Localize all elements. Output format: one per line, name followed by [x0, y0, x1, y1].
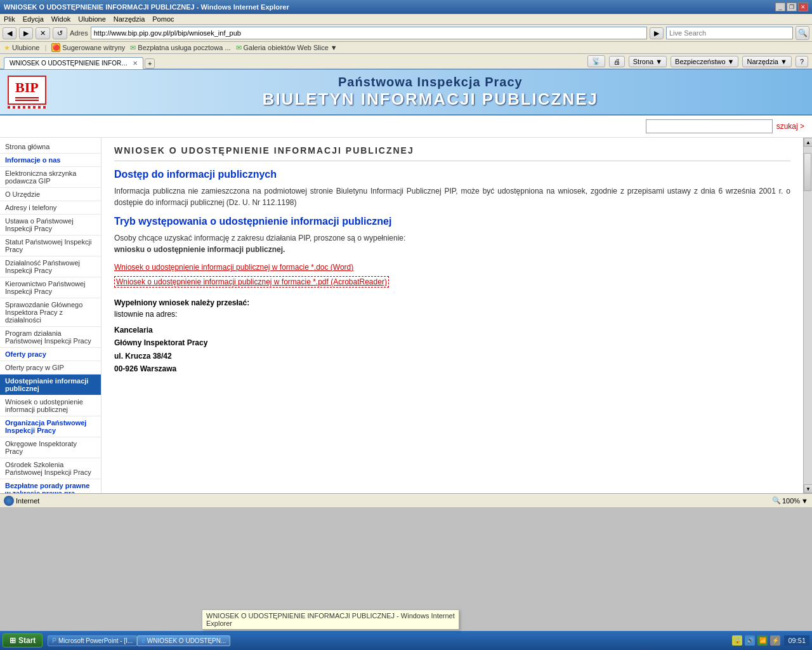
menu-ulubione[interactable]: Ulubione	[78, 15, 105, 23]
bip-logo: BIP	[8, 76, 46, 109]
sidebar-item-strona-glowna[interactable]: Strona główna	[0, 140, 101, 154]
sidebar-item-o-urzedzie[interactable]: O Urzędzie	[0, 188, 101, 201]
sidebar-item-informacje-o-nas[interactable]: Informacje o nas	[0, 154, 101, 167]
email-service[interactable]: ✉ Bezpłatna usługa pocztowa ...	[130, 44, 230, 52]
scrollbar-right[interactable]: ▲ ▼	[803, 138, 812, 493]
suggested-label: Sugerowane witryny	[62, 44, 125, 51]
taskbar: ⊞ Start P Microsoft PowerPoint - [I... e…	[0, 631, 812, 650]
title-divider	[114, 161, 790, 161]
forward-button[interactable]: ▶	[19, 27, 33, 39]
section2-text2: wniosku o udostępnienie informacji publi…	[114, 245, 285, 254]
status-right: 🔍 100% ▼	[772, 496, 808, 505]
link-pdf-acrobat[interactable]: Wniosek o udostępnienie informacji publi…	[114, 276, 389, 288]
sidebar-item-program[interactable]: Program działania Państwowej Inspekcji P…	[0, 327, 101, 348]
menu-edycja[interactable]: Edycja	[23, 15, 44, 23]
security-button[interactable]: Bezpieczeństwo▼	[671, 56, 738, 67]
ppt-label: Microsoft PowerPoint - [I...	[58, 637, 133, 644]
sidebar-item-dzialalnosc[interactable]: Działalność Państwowej Inspekcji Pracy	[0, 256, 101, 277]
main-content: WNIOSEK O UDOSTĘPNIENIE INFORMACJI PUBLI…	[102, 138, 803, 493]
back-button[interactable]: ◀	[3, 27, 16, 39]
rss-button[interactable]: 📡	[587, 55, 605, 67]
window-controls[interactable]: _ ❐ ✕	[775, 3, 808, 11]
taskbar-ie[interactable]: e WNIOSEK O UDOSTĘPN...	[137, 635, 230, 646]
sidebar-item-wniosek[interactable]: Wniosek o udostępnienie informacji publi…	[0, 395, 101, 416]
sidebar-item-statut[interactable]: Statut Państwowej Inspekcji Pracy	[0, 235, 101, 256]
refresh-button[interactable]: ↺	[53, 27, 67, 39]
restore-button[interactable]: ❐	[787, 3, 797, 11]
link-doc-word[interactable]: Wniosek o udostępnienie informacji publi…	[114, 263, 790, 272]
tools-button[interactable]: Narzędzia▼	[742, 56, 791, 67]
page-button[interactable]: Strona▼	[629, 56, 667, 67]
suggested-sites[interactable]: 🔴 Sugerowane witryny	[51, 43, 125, 52]
address-input[interactable]	[91, 27, 647, 39]
address-line1: Kancelaria	[114, 324, 790, 336]
address-bar: Adres	[70, 27, 647, 39]
close-button[interactable]: ✕	[798, 3, 808, 11]
webslice-arrow: ▼	[331, 44, 337, 51]
ie-icon: e	[141, 637, 145, 644]
minimize-button[interactable]: _	[775, 3, 785, 11]
search-go-button[interactable]: 🔍	[796, 26, 809, 40]
status-zone: Internet	[4, 496, 39, 506]
window-title: WNIOSEK O UDOSTĘPNIENIE INFORMACJI PUBLI…	[4, 3, 289, 11]
page-search-input[interactable]	[646, 119, 773, 133]
webslice-icon: ✉	[236, 44, 242, 52]
webslice-gallery[interactable]: ✉ Galeria obiektów Web Slice ▼	[236, 44, 337, 52]
active-tab[interactable]: WNIOSEK O UDOSTĘPNIENIE INFORMACJI PUBLI…	[4, 57, 143, 69]
menu-narzedzia[interactable]: Narzędzia	[114, 15, 145, 23]
sidebar-item-adresy[interactable]: Adresy i telefony	[0, 201, 101, 215]
address-line4: 00-926 Warszawa	[114, 362, 790, 375]
sidebar-item-osrodek[interactable]: Ośrodek Szkolenia Państwowej Inspekcji P…	[0, 458, 101, 479]
section1-text: Informacja publiczna nie zamieszczona na…	[114, 185, 790, 208]
sidebar-item-sprawozdanie[interactable]: Sprawozdanie Głównego Inspektora Pracy z…	[0, 298, 101, 327]
scroll-thumb[interactable]	[804, 153, 811, 191]
scroll-up-button[interactable]: ▲	[804, 138, 812, 147]
new-tab-button[interactable]: +	[145, 58, 155, 69]
scroll-track[interactable]	[804, 147, 812, 484]
sidebar-item-oferty-pracy[interactable]: Oferty pracy	[0, 348, 101, 361]
bip-title-bottom: BIULETYN INFORMACJI PUBLICZNEJ	[56, 90, 804, 109]
nav-bar: ◀ ▶ ✕ ↺ Adres ▶ 🔍	[0, 25, 812, 42]
favorites-button[interactable]: ★ Ulubione	[4, 44, 39, 52]
live-search-input[interactable]	[666, 27, 793, 39]
globe-icon	[4, 496, 14, 506]
sidebar-item-organizacja[interactable]: Organizacja Państwowej Inspekcji Pracy	[0, 416, 101, 437]
print-button[interactable]: 🖨	[609, 56, 625, 67]
tab-label: WNIOSEK O UDOSTĘPNIENIE INFORMACJI PUBLI…	[10, 60, 130, 67]
sidebar-item-okregowe[interactable]: Okręgowe Inspektoraty Pracy	[0, 437, 101, 458]
sidebar-item-elektroniczna[interactable]: Elektroniczna skrzynka podawcza GIP	[0, 167, 101, 188]
sidebar-item-udostepnianie[interactable]: Udostępnianie informacji publicznej	[0, 375, 101, 395]
taskbar-tooltip: WNIOSEK O UDOSTĘPNIENIE INFORMACJI PUBLI…	[202, 609, 459, 630]
sidebar-item-kierownictwo[interactable]: Kierownictwo Państwowej Inspekcji Pracy	[0, 277, 101, 298]
page-search-button[interactable]: szukaj >	[776, 122, 804, 131]
tab-close-button[interactable]: ✕	[133, 60, 138, 67]
bip-title-top: Państwowa Inspekcja Pracy	[56, 75, 804, 90]
status-bar: Internet 🔍 100% ▼	[0, 493, 812, 507]
ie-label: WNIOSEK O UDOSTĘPN...	[147, 637, 226, 644]
bip-title: Państwowa Inspekcja Pracy BIULETYN INFOR…	[56, 75, 804, 109]
address-label: Adres	[70, 29, 88, 37]
send-text: listownie na adres:	[114, 310, 177, 319]
sidebar-item-oferty-gip[interactable]: Oferty pracy w GIP	[0, 361, 101, 375]
sidebar-item-ustawa[interactable]: Ustawa o Państwowej Inspekcji Pracy	[0, 215, 101, 235]
taskbar-powerpoint[interactable]: P Microsoft PowerPoint - [I...	[48, 635, 137, 646]
help-button[interactable]: ?	[796, 56, 808, 67]
favorites-bar: ★ Ulubione | 🔴 Sugerowane witryny ✉ Bezp…	[0, 42, 812, 54]
section2-heading: Tryb występowania o udostępnienie inform…	[114, 216, 790, 227]
go-button[interactable]: ▶	[650, 27, 664, 39]
scroll-down-button[interactable]: ▼	[804, 484, 812, 493]
page-title: WNIOSEK O UDOSTĘPNIENIE INFORMACJI PUBLI…	[114, 145, 790, 156]
address-line3: ul. Krucza 38/42	[114, 350, 790, 362]
menu-widok[interactable]: Widok	[51, 15, 71, 23]
start-button[interactable]: ⊞ Start	[3, 633, 43, 647]
tray-icons: 🔒 🔊 📶 ⚡	[732, 635, 780, 646]
zoom-icon: 🔍	[772, 496, 781, 505]
tray-icon-1: 🔒	[732, 635, 742, 646]
zoom-control[interactable]: 🔍 100% ▼	[772, 496, 808, 505]
stop-button[interactable]: ✕	[36, 27, 50, 39]
menu-pomoc[interactable]: Pomoc	[152, 15, 174, 23]
system-clock: 09:51	[784, 635, 809, 646]
menu-plik[interactable]: Plik	[4, 15, 15, 23]
sidebar-item-bezplatne[interactable]: Bezpłatne porady prawne w zakresie prawa…	[0, 479, 101, 493]
favorites-label: Ulubione	[12, 44, 39, 51]
